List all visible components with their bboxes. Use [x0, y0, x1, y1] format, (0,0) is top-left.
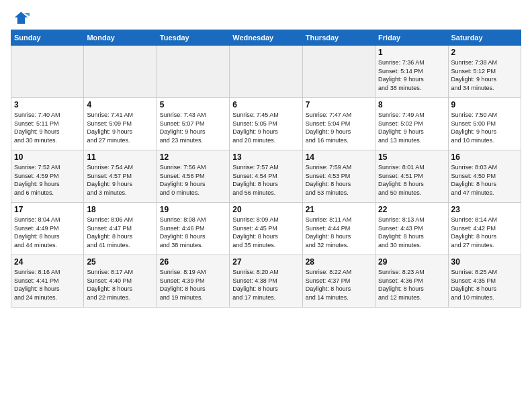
day-info: Sunrise: 7:45 AM Sunset: 5:05 PM Dayligh… — [232, 111, 299, 144]
day-info: Sunrise: 8:19 AM Sunset: 4:39 PM Dayligh… — [160, 268, 226, 302]
calendar-cell: 12Sunrise: 7:56 AM Sunset: 4:56 PM Dayli… — [157, 150, 229, 203]
day-info: Sunrise: 7:43 AM Sunset: 5:07 PM Dayligh… — [160, 111, 226, 144]
calendar-week-3: 10Sunrise: 7:52 AM Sunset: 4:59 PM Dayli… — [11, 150, 521, 203]
day-info: Sunrise: 7:54 AM Sunset: 4:57 PM Dayligh… — [87, 163, 153, 197]
day-info: Sunrise: 7:47 AM Sunset: 5:04 PM Dayligh… — [306, 111, 372, 144]
calendar-cell: 26Sunrise: 8:19 AM Sunset: 4:39 PM Dayli… — [157, 255, 229, 308]
day-number: 24 — [14, 257, 81, 267]
day-info: Sunrise: 8:06 AM Sunset: 4:47 PM Dayligh… — [87, 216, 153, 249]
calendar-cell: 23Sunrise: 8:14 AM Sunset: 4:42 PM Dayli… — [448, 203, 521, 255]
day-number: 1 — [378, 48, 445, 57]
day-info: Sunrise: 8:04 AM Sunset: 4:49 PM Dayligh… — [14, 216, 81, 249]
calendar-cell — [157, 46, 229, 98]
day-number: 5 — [160, 100, 226, 109]
day-info: Sunrise: 8:20 AM Sunset: 4:38 PM Dayligh… — [232, 268, 299, 302]
calendar-cell: 30Sunrise: 8:25 AM Sunset: 4:35 PM Dayli… — [448, 255, 521, 308]
calendar-cell — [230, 46, 302, 98]
logo — [11, 8, 32, 27]
calendar-week-4: 17Sunrise: 8:04 AM Sunset: 4:49 PM Dayli… — [11, 203, 521, 255]
day-info: Sunrise: 7:56 AM Sunset: 4:56 PM Dayligh… — [160, 163, 226, 197]
calendar-cell: 9Sunrise: 7:50 AM Sunset: 5:00 PM Daylig… — [448, 98, 521, 150]
day-number: 18 — [87, 205, 153, 214]
day-number: 3 — [14, 100, 81, 109]
day-info: Sunrise: 7:50 AM Sunset: 5:00 PM Dayligh… — [451, 111, 518, 144]
weekday-header-thursday: Thursday — [302, 30, 375, 46]
day-info: Sunrise: 8:25 AM Sunset: 4:35 PM Dayligh… — [451, 268, 518, 302]
day-number: 2 — [451, 48, 518, 57]
calendar-cell — [11, 46, 84, 98]
weekday-header-saturday: Saturday — [448, 30, 521, 46]
header — [11, 8, 521, 27]
day-number: 13 — [232, 152, 299, 162]
weekday-header-row: SundayMondayTuesdayWednesdayThursdayFrid… — [11, 30, 521, 46]
day-number: 8 — [378, 100, 445, 109]
calendar-week-1: 1Sunrise: 7:36 AM Sunset: 5:14 PM Daylig… — [11, 46, 521, 98]
calendar-cell: 19Sunrise: 8:08 AM Sunset: 4:46 PM Dayli… — [157, 203, 229, 255]
calendar-cell: 14Sunrise: 7:59 AM Sunset: 4:53 PM Dayli… — [302, 150, 375, 203]
weekday-header-monday: Monday — [84, 30, 157, 46]
weekday-header-friday: Friday — [375, 30, 448, 46]
day-info: Sunrise: 7:38 AM Sunset: 5:12 PM Dayligh… — [451, 58, 518, 92]
day-info: Sunrise: 8:13 AM Sunset: 4:43 PM Dayligh… — [378, 216, 445, 249]
day-number: 10 — [14, 152, 81, 162]
calendar-week-5: 24Sunrise: 8:16 AM Sunset: 4:41 PM Dayli… — [11, 255, 521, 308]
day-number: 19 — [160, 205, 226, 214]
calendar-cell: 25Sunrise: 8:17 AM Sunset: 4:40 PM Dayli… — [84, 255, 157, 308]
day-number: 7 — [306, 100, 372, 109]
calendar-cell: 3Sunrise: 7:40 AM Sunset: 5:11 PM Daylig… — [11, 98, 84, 150]
day-info: Sunrise: 8:22 AM Sunset: 4:37 PM Dayligh… — [306, 268, 372, 302]
calendar-cell — [84, 46, 157, 98]
day-number: 17 — [14, 205, 81, 214]
day-info: Sunrise: 8:08 AM Sunset: 4:46 PM Dayligh… — [160, 216, 226, 249]
day-number: 28 — [306, 257, 372, 267]
calendar-cell: 22Sunrise: 8:13 AM Sunset: 4:43 PM Dayli… — [375, 203, 448, 255]
day-number: 26 — [160, 257, 226, 267]
day-info: Sunrise: 7:36 AM Sunset: 5:14 PM Dayligh… — [378, 58, 445, 92]
day-info: Sunrise: 7:41 AM Sunset: 5:09 PM Dayligh… — [87, 111, 153, 144]
calendar-cell: 15Sunrise: 8:01 AM Sunset: 4:51 PM Dayli… — [375, 150, 448, 203]
weekday-header-sunday: Sunday — [11, 30, 84, 46]
logo-icon — [11, 8, 30, 27]
calendar-cell: 16Sunrise: 8:03 AM Sunset: 4:50 PM Dayli… — [448, 150, 521, 203]
day-info: Sunrise: 7:40 AM Sunset: 5:11 PM Dayligh… — [14, 111, 81, 144]
calendar-cell: 28Sunrise: 8:22 AM Sunset: 4:37 PM Dayli… — [302, 255, 375, 308]
day-number: 16 — [451, 152, 518, 162]
calendar-cell: 24Sunrise: 8:16 AM Sunset: 4:41 PM Dayli… — [11, 255, 84, 308]
day-number: 22 — [378, 205, 445, 214]
calendar-cell: 7Sunrise: 7:47 AM Sunset: 5:04 PM Daylig… — [302, 98, 375, 150]
calendar-cell: 8Sunrise: 7:49 AM Sunset: 5:02 PM Daylig… — [375, 98, 448, 150]
day-number: 4 — [87, 100, 153, 109]
day-info: Sunrise: 7:59 AM Sunset: 4:53 PM Dayligh… — [306, 163, 372, 197]
day-info: Sunrise: 8:01 AM Sunset: 4:51 PM Dayligh… — [378, 163, 445, 197]
calendar-cell: 11Sunrise: 7:54 AM Sunset: 4:57 PM Dayli… — [84, 150, 157, 203]
calendar-cell: 6Sunrise: 7:45 AM Sunset: 5:05 PM Daylig… — [230, 98, 302, 150]
weekday-header-wednesday: Wednesday — [230, 30, 302, 46]
calendar-week-2: 3Sunrise: 7:40 AM Sunset: 5:11 PM Daylig… — [11, 98, 521, 150]
page: SundayMondayTuesdayWednesdayThursdayFrid… — [0, 0, 532, 313]
calendar-cell — [302, 46, 375, 98]
day-info: Sunrise: 7:49 AM Sunset: 5:02 PM Dayligh… — [378, 111, 445, 144]
calendar-cell: 21Sunrise: 8:11 AM Sunset: 4:44 PM Dayli… — [302, 203, 375, 255]
day-number: 29 — [378, 257, 445, 267]
day-number: 6 — [232, 100, 299, 109]
calendar-cell: 1Sunrise: 7:36 AM Sunset: 5:14 PM Daylig… — [375, 46, 448, 98]
day-info: Sunrise: 8:11 AM Sunset: 4:44 PM Dayligh… — [306, 216, 372, 249]
day-info: Sunrise: 8:09 AM Sunset: 4:45 PM Dayligh… — [232, 216, 299, 249]
day-number: 14 — [306, 152, 372, 162]
day-number: 15 — [378, 152, 445, 162]
calendar-cell: 29Sunrise: 8:23 AM Sunset: 4:36 PM Dayli… — [375, 255, 448, 308]
day-number: 30 — [451, 257, 518, 267]
day-number: 11 — [87, 152, 153, 162]
calendar-cell: 27Sunrise: 8:20 AM Sunset: 4:38 PM Dayli… — [230, 255, 302, 308]
calendar-cell: 2Sunrise: 7:38 AM Sunset: 5:12 PM Daylig… — [448, 46, 521, 98]
day-number: 9 — [451, 100, 518, 109]
day-info: Sunrise: 8:16 AM Sunset: 4:41 PM Dayligh… — [14, 268, 81, 302]
day-number: 27 — [232, 257, 299, 267]
day-number: 21 — [306, 205, 372, 214]
calendar-table: SundayMondayTuesdayWednesdayThursdayFrid… — [11, 30, 521, 308]
day-number: 25 — [87, 257, 153, 267]
day-number: 23 — [451, 205, 518, 214]
day-info: Sunrise: 8:03 AM Sunset: 4:50 PM Dayligh… — [451, 163, 518, 197]
day-info: Sunrise: 8:14 AM Sunset: 4:42 PM Dayligh… — [451, 216, 518, 249]
calendar-cell: 13Sunrise: 7:57 AM Sunset: 4:54 PM Dayli… — [230, 150, 302, 203]
